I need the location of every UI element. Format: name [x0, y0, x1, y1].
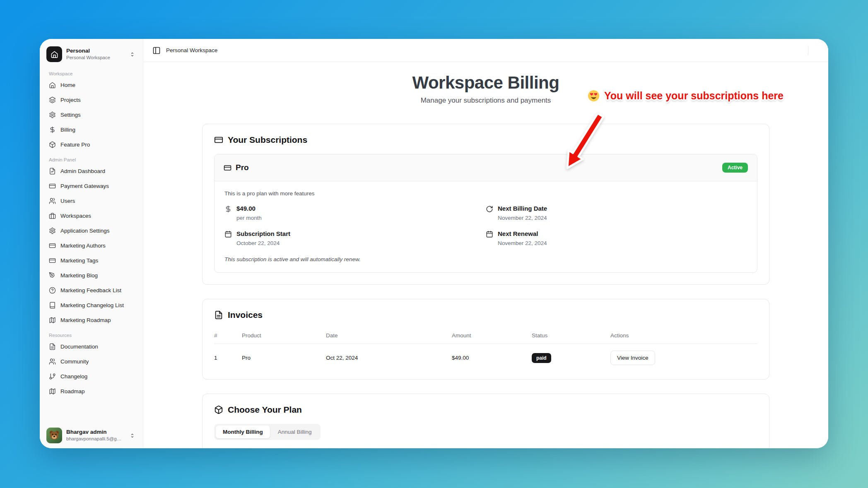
invoices-table: # Product Date Amount Status Actions 1 P… — [214, 329, 757, 368]
sidebar-item-label: Marketing Authors — [60, 243, 106, 249]
sidebar-item-label: Marketing Tags — [60, 257, 98, 264]
sidebar-item-label: Marketing Changelog List — [60, 302, 124, 308]
package-icon — [214, 405, 223, 414]
section-label: Resources — [45, 333, 138, 338]
sidebar-item-feature-pro[interactable]: Feature Pro — [45, 139, 138, 151]
sidebar-item-label: Community — [60, 358, 89, 365]
price-value: $49.00 — [236, 205, 262, 212]
next-billing-label: Next Billing Date — [498, 205, 547, 212]
sidebar-item-application-settings[interactable]: Application Settings — [45, 225, 138, 237]
sidebar-item-label: Marketing Feedback List — [60, 287, 121, 293]
sidebar-item-label: Roadmap — [60, 388, 85, 394]
user-menu[interactable]: Bhargav admin bhargavponnapalli.5@g… — [45, 425, 138, 444]
credit-card-icon — [49, 242, 56, 249]
sidebar-item-label: Payment Gateways — [60, 183, 109, 189]
chevrons-up-down-icon — [129, 433, 135, 439]
tab-annual-billing[interactable]: Annual Billing — [271, 425, 319, 438]
billing-period-tabs: Monthly Billing Annual Billing — [214, 424, 321, 440]
calendar-icon — [224, 231, 232, 238]
choose-plan-card: Choose Your Plan Monthly Billing Annual … — [202, 394, 769, 448]
section-label: Workspace — [45, 71, 138, 76]
paid-badge: paid — [532, 353, 551, 363]
next-renewal-detail: Next RenewalNovember 22, 2024 — [486, 230, 747, 246]
file-text-icon — [214, 310, 223, 320]
sidebar-item-payment-gateways[interactable]: Payment Gateways — [45, 180, 138, 192]
sidebar-item-settings[interactable]: Settings — [45, 109, 138, 121]
sidebar-item-label: Admin Dashboard — [60, 168, 105, 174]
plan-card-pro: Pro Active This is a pro plan with more … — [214, 154, 757, 273]
main-area: Personal Workspace Workspace Billing Man… — [143, 39, 828, 448]
workspace-switcher[interactable]: Personal Personal Workspace — [45, 44, 138, 65]
sidebar-item-label: Application Settings — [60, 228, 110, 234]
briefcase-icon — [49, 212, 56, 219]
column-header: Date — [326, 332, 452, 339]
invoice-amount: $49.00 — [452, 355, 532, 361]
sidebar-item-label: Feature Pro — [60, 142, 90, 148]
sidebar-item-marketing-feedback-list[interactable]: Marketing Feedback List — [45, 284, 138, 296]
next-renewal-value: November 22, 2024 — [498, 240, 547, 246]
file-chart-icon — [49, 168, 56, 175]
users-icon — [49, 358, 56, 365]
pen-tool-icon — [49, 272, 56, 279]
sidebar-item-marketing-authors[interactable]: Marketing Authors — [45, 240, 138, 252]
git-branch-icon — [49, 373, 56, 380]
sidebar-item-changelog[interactable]: Changelog — [45, 370, 138, 382]
topbar: Personal Workspace — [143, 39, 828, 62]
sidebar-item-marketing-tags[interactable]: Marketing Tags — [45, 255, 138, 267]
subscription-start-value: October 22, 2024 — [236, 240, 290, 246]
gear-icon — [49, 227, 56, 234]
plan-description: This is a pro plan with more features — [224, 190, 747, 197]
map-icon — [49, 388, 56, 395]
sidebar-item-marketing-blog[interactable]: Marketing Blog — [45, 269, 138, 281]
status-badge: Active — [722, 163, 748, 173]
chevrons-up-down-icon — [129, 51, 135, 58]
home-icon — [49, 82, 56, 89]
sidebar-item-roadmap[interactable]: Roadmap — [45, 385, 138, 397]
sidebar-item-label: Marketing Roadmap — [60, 317, 111, 323]
breadcrumb: Personal Workspace — [166, 47, 217, 53]
help-circle-icon — [49, 287, 56, 294]
column-header: Actions — [610, 332, 757, 339]
avatar — [46, 428, 62, 443]
invoices-card: Invoices # Product Date Amount Status Ac… — [202, 299, 769, 380]
sidebar-toggle-icon[interactable] — [152, 46, 161, 55]
sidebar-item-projects[interactable]: Projects — [45, 94, 138, 106]
workspace-subtitle: Personal Workspace — [66, 55, 125, 60]
calendar-icon — [486, 231, 493, 238]
billing-page: Workspace Billing Manage your subscripti… — [143, 62, 828, 448]
column-header: # — [214, 332, 242, 339]
users-icon — [49, 197, 56, 204]
invoice-number: 1 — [214, 355, 242, 361]
page-subtitle: Manage your subscriptions and payments — [143, 96, 828, 105]
gear-icon — [49, 111, 56, 118]
sidebar-item-home[interactable]: Home — [45, 79, 138, 91]
subscription-start-detail: Subscription StartOctober 22, 2024 — [224, 230, 486, 246]
section-label: Admin Panel — [45, 157, 138, 162]
plan-name: Pro — [236, 163, 249, 172]
sidebar-item-workspaces[interactable]: Workspaces — [45, 210, 138, 222]
app-window: Personal Personal Workspace Workspace Ho… — [40, 39, 828, 448]
user-name: Bhargav admin — [66, 429, 125, 436]
subscription-start-label: Subscription Start — [236, 230, 290, 237]
sidebar-item-community[interactable]: Community — [45, 356, 138, 368]
price-period: per month — [236, 215, 262, 221]
next-renewal-label: Next Renewal — [498, 230, 547, 237]
sidebar-item-marketing-roadmap[interactable]: Marketing Roadmap — [45, 314, 138, 326]
sidebar-item-billing[interactable]: Billing — [45, 124, 138, 136]
tab-monthly-billing[interactable]: Monthly Billing — [216, 425, 270, 438]
credit-card-icon — [49, 183, 56, 190]
sidebar-item-label: Documentation — [60, 344, 98, 350]
invoices-heading: Invoices — [228, 310, 263, 320]
sidebar-item-label: Users — [60, 198, 75, 204]
page-title: Workspace Billing — [143, 73, 828, 93]
subscriptions-card: Your Subscriptions Pro Active This is a … — [202, 124, 769, 285]
book-icon — [49, 302, 56, 309]
sidebar-item-documentation[interactable]: Documentation — [45, 341, 138, 353]
column-header: Status — [532, 332, 610, 339]
price-detail: $49.00per month — [224, 205, 486, 221]
sidebar-item-admin-dashboard[interactable]: Admin Dashboard — [45, 165, 138, 177]
sidebar-item-marketing-changelog-list[interactable]: Marketing Changelog List — [45, 299, 138, 311]
view-invoice-button[interactable]: View Invoice — [610, 351, 655, 365]
column-header: Product — [242, 332, 326, 339]
sidebar-item-users[interactable]: Users — [45, 195, 138, 207]
